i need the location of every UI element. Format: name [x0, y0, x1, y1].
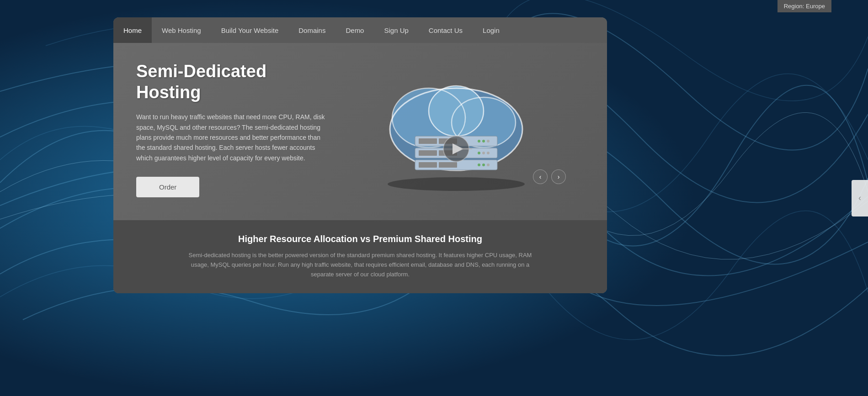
nav-item-domains[interactable]: Domains [288, 17, 335, 43]
svg-point-27 [487, 164, 490, 166]
hero-text: Semi-Dedicated Hosting Want to run heavy… [136, 61, 328, 197]
carousel-prev-button[interactable]: ‹ [533, 169, 548, 184]
svg-point-19 [478, 140, 480, 143]
carousel-arrows: ‹ › [533, 169, 566, 184]
nav-item-login[interactable]: Login [473, 17, 510, 43]
svg-point-25 [478, 164, 480, 166]
carousel-next-button[interactable]: › [551, 169, 566, 184]
svg-rect-18 [439, 162, 457, 168]
nav-item-home[interactable]: Home [113, 17, 152, 43]
svg-point-24 [487, 152, 490, 154]
svg-rect-15 [419, 150, 437, 156]
svg-point-26 [482, 164, 485, 166]
hero-section: Semi-Dedicated Hosting Want to run heavy… [113, 43, 607, 220]
nav-item-sign-up[interactable]: Sign Up [374, 17, 418, 43]
cloud-illustration[interactable] [369, 65, 543, 193]
svg-point-23 [482, 152, 485, 154]
nav-item-web-hosting[interactable]: Web Hosting [152, 17, 211, 43]
main-card: Home Web Hosting Build Your Website Doma… [113, 17, 607, 293]
svg-point-21 [487, 140, 490, 143]
slide-handle[interactable]: ‹ [852, 180, 868, 216]
nav-item-build-website[interactable]: Build Your Website [211, 17, 289, 43]
svg-rect-17 [419, 162, 437, 168]
region-badge: Region: Europe [777, 0, 831, 12]
nav-item-contact-us[interactable]: Contact Us [419, 17, 473, 43]
hero-title: Semi-Dedicated Hosting [136, 61, 328, 103]
svg-point-20 [482, 140, 485, 143]
bottom-description: Semi-dedicated hosting is the better pow… [186, 251, 534, 279]
svg-point-1 [388, 177, 525, 191]
bottom-title: Higher Resource Allocation vs Premium Sh… [132, 234, 589, 244]
navbar: Home Web Hosting Build Your Website Doma… [113, 17, 607, 43]
svg-rect-13 [419, 138, 437, 144]
svg-point-22 [478, 152, 480, 154]
nav-item-demo[interactable]: Demo [335, 17, 374, 43]
order-button[interactable]: Order [136, 177, 199, 197]
hero-image: ‹ › [328, 65, 584, 193]
bottom-section: Higher Resource Allocation vs Premium Sh… [113, 220, 607, 293]
hero-description: Want to run heavy traffic websites that … [136, 112, 328, 163]
